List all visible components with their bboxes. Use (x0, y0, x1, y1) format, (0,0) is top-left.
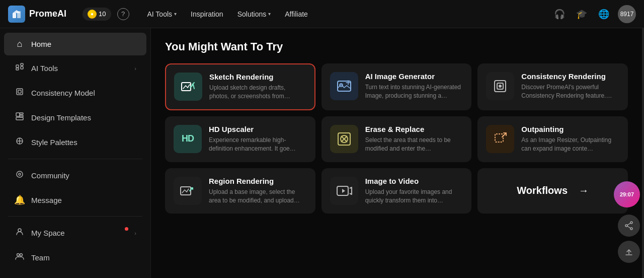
svg-line-42 (627, 226, 630, 228)
tool-card-workflows[interactable]: Workflows → (477, 168, 628, 214)
my-space-icon (14, 227, 25, 239)
coin-balance[interactable]: ● 10 (83, 8, 111, 21)
tools-grid: Sketch Rendering Upload sketch design dr… (165, 63, 628, 214)
community-icon (14, 170, 25, 181)
message-icon: 🔔 (14, 194, 25, 205)
tool-card-image-to-video[interactable]: Image to Video Upload your favorite imag… (321, 168, 472, 214)
svg-point-29 (499, 85, 502, 88)
sidebar-item-my-space[interactable]: My Space › (4, 221, 146, 245)
home-icon: ⌂ (14, 39, 25, 49)
svg-rect-12 (16, 117, 23, 120)
sidebar-item-message[interactable]: 🔔 Message (4, 188, 146, 212)
my-space-notification-dot (125, 227, 128, 231)
image-to-video-text: Image to Video Upload your favorite imag… (365, 177, 463, 205)
sidebar-style-palettes-label: Style Palettes (31, 138, 136, 147)
main-layout: ⌂ Home AI Tools › Consiste (0, 28, 644, 278)
svg-line-41 (627, 223, 630, 225)
floating-timer[interactable]: 29:07 (614, 181, 640, 207)
svg-point-18 (18, 229, 21, 232)
sketch-rendering-desc: Upload sketch design drafts, photos, or … (209, 84, 306, 101)
help-button[interactable]: ? (117, 8, 129, 20)
graduation-icon[interactable]: 🎓 (574, 6, 590, 22)
top-navigation: PromeAI ● 10 ? AI Tools ▾ Inspiration So… (0, 0, 644, 28)
sidebar-item-style-palettes[interactable]: Style Palettes (4, 130, 146, 154)
svg-rect-11 (20, 115, 23, 117)
consistency-rendering-text: Consistency Rendering Discover PromeAI's… (521, 72, 619, 101)
floating-upload-button[interactable] (618, 241, 640, 263)
nav-links: AI Tools ▾ Inspiration Solutions ▾ Affil… (141, 7, 548, 21)
image-to-video-desc: Upload your favorite images and quickly … (365, 188, 463, 205)
tool-card-erase-replace[interactable]: Erase & Replace Select the area that nee… (321, 116, 472, 162)
logo[interactable]: PromeAI (8, 6, 66, 23)
tool-card-hd-upscaler[interactable]: HD HD Upscaler Experience remarkable hig… (165, 116, 315, 162)
headphones-icon[interactable]: 🎧 (551, 6, 568, 22)
globe-icon[interactable]: 🌐 (596, 6, 612, 22)
sidebar-item-consistency-model[interactable]: Consistency Model (4, 81, 146, 105)
outpainting-text: Outpainting As an Image Resizer, Outpain… (521, 125, 619, 154)
erase-replace-text: Erase & Replace Select the area that nee… (365, 125, 463, 154)
sidebar-divider-1 (8, 159, 142, 159)
region-rendering-text: Region Rendering Upload a base image, se… (209, 177, 307, 205)
user-avatar[interactable]: 8917 (618, 5, 636, 23)
svg-rect-9 (16, 113, 20, 116)
sidebar-message-label: Message (31, 196, 136, 204)
nav-ai-tools-label: AI Tools (147, 10, 173, 18)
svg-rect-6 (21, 63, 23, 65)
sidebar-design-templates-label: Design Templates (31, 113, 136, 122)
svg-rect-5 (16, 68, 19, 70)
style-palettes-icon (14, 136, 25, 148)
sidebar-item-community[interactable]: Community (4, 164, 146, 187)
workflows-title: Workflows (517, 185, 568, 196)
sidebar-item-design-templates[interactable]: Design Templates (4, 106, 146, 129)
nav-right: 🎧 🎓 🌐 8917 (551, 5, 636, 23)
hd-upscaler-text: HD Upscaler Experience remarkable high-d… (209, 125, 307, 154)
tool-card-outpainting[interactable]: Outpainting As an Image Resizer, Outpain… (477, 116, 628, 162)
ai-image-generator-title: AI Image Generator (365, 72, 463, 81)
sidebar-item-home[interactable]: ⌂ Home (4, 33, 146, 55)
logo-text: PromeAI (29, 9, 66, 19)
scroll-edge (642, 28, 644, 278)
nav-ai-tools[interactable]: AI Tools ▾ (141, 7, 183, 21)
svg-marker-37 (342, 189, 345, 193)
sidebar-team-label: Team (31, 253, 136, 262)
tool-card-region-rendering[interactable]: Region Rendering Upload a base image, se… (165, 168, 315, 214)
nav-solutions-chevron: ▾ (268, 11, 271, 17)
svg-point-17 (19, 173, 21, 175)
my-space-chevron: › (134, 230, 136, 236)
outpainting-icon (486, 125, 514, 153)
svg-rect-8 (18, 90, 21, 93)
consistency-rendering-title: Consistency Rendering (521, 72, 619, 81)
outpainting-title: Outpainting (521, 125, 619, 133)
svg-point-39 (630, 228, 632, 230)
region-rendering-desc: Upload a base image, select the area to … (209, 188, 307, 205)
nav-ai-tools-chevron: ▾ (174, 11, 177, 17)
image-to-video-icon (330, 177, 358, 205)
outpainting-desc: As an Image Resizer, Outpainting can exp… (521, 136, 619, 154)
sketch-rendering-title: Sketch Rendering (209, 73, 306, 81)
sidebar-divider-2 (8, 216, 142, 217)
sidebar-item-ai-tools[interactable]: AI Tools › (4, 56, 146, 80)
hd-upscaler-icon: HD (174, 125, 202, 153)
nav-inspiration[interactable]: Inspiration (185, 7, 229, 21)
tool-card-sketch-rendering[interactable]: Sketch Rendering Upload sketch design dr… (165, 63, 315, 110)
ai-image-generator-text: AI Image Generator Turn text into stunni… (365, 72, 463, 101)
sidebar-consistency-label: Consistency Model (31, 89, 136, 97)
timer-text: 29:07 (620, 191, 634, 197)
region-rendering-title: Region Rendering (209, 177, 307, 185)
sidebar-item-team[interactable]: Team (4, 246, 146, 269)
image-to-video-title: Image to Video (365, 177, 463, 185)
nav-solutions-label: Solutions (237, 10, 267, 18)
nav-solutions[interactable]: Solutions ▾ (231, 7, 277, 21)
tool-card-consistency-rendering[interactable]: Consistency Rendering Discover PromeAI's… (477, 63, 628, 110)
svg-line-22 (192, 83, 194, 85)
nav-affiliate[interactable]: Affiliate (279, 7, 314, 21)
sidebar-my-space-label: My Space (31, 229, 128, 237)
floating-share-button[interactable] (618, 215, 640, 237)
svg-point-40 (625, 225, 627, 227)
svg-rect-0 (13, 13, 16, 18)
design-templates-icon (14, 112, 25, 123)
svg-point-38 (630, 222, 632, 224)
tool-card-ai-image-generator[interactable]: AI Image Generator Turn text into stunni… (321, 63, 472, 110)
ai-tools-chevron: › (134, 65, 136, 72)
erase-replace-desc: Select the area that needs to be modifie… (365, 136, 463, 154)
